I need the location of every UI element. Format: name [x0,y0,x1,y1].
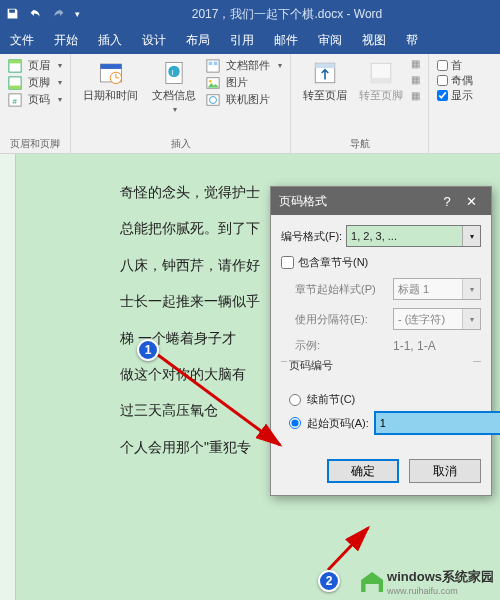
include-chapter-checkbox[interactable] [281,256,294,269]
start-at-input[interactable] [376,413,500,433]
quickparts-button[interactable]: 文档部件▾ [206,58,282,73]
close-icon[interactable]: ✕ [459,194,483,209]
chapter-style-select: 标题 1▾ [393,278,481,300]
include-chapter-label: 包含章节号(N) [298,255,368,270]
separator-select: - (连字符)▾ [393,308,481,330]
number-format-select[interactable]: 1, 2, 3, ...▾ [346,225,481,247]
onlinepic-button[interactable]: 联机图片 [206,92,282,107]
goto-header-button[interactable]: 转至页眉 [299,58,351,105]
svg-point-10 [168,66,179,77]
tab-insert[interactable]: 插入 [88,27,132,54]
svg-rect-7 [100,64,121,69]
annotation-bubble-1: 1 [137,339,159,361]
header-button[interactable]: 页眉▾ [8,58,62,73]
svg-rect-22 [371,78,391,83]
svg-rect-3 [9,85,21,89]
tab-view[interactable]: 视图 [352,27,396,54]
docinfo-button[interactable]: i文档信息▾ [148,58,200,116]
nav-link: ▦ [411,90,420,101]
svg-point-16 [209,79,212,82]
group-insert: 日期和时间 i文档信息▾ 文档部件▾ 图片 联机图片 插入 [71,54,291,153]
opt-show-doc[interactable]: 显示 [437,88,473,103]
annotation-bubble-2: 2 [318,570,340,592]
tab-design[interactable]: 设计 [132,27,176,54]
svg-rect-13 [209,61,213,65]
opt-diff-first[interactable]: 首 [437,58,473,73]
title-bar: ▾ 2017，我们一起下个棋.docx - Word [0,0,500,28]
group-nav: 转至页眉 转至页脚 ▦ ▦ ▦ 导航 [291,54,429,153]
group-label: 插入 [79,137,282,151]
svg-rect-14 [214,61,218,65]
footer-button[interactable]: 页脚▾ [8,75,62,90]
continue-prev-radio[interactable]: 续前节(C) [289,392,473,407]
ok-button[interactable]: 确定 [327,459,399,483]
chevron-down-icon[interactable]: ▾ [462,226,480,246]
tab-references[interactable]: 引用 [220,27,264,54]
tab-help[interactable]: 帮 [396,27,428,54]
svg-rect-1 [9,59,21,63]
ribbon-tabs: 文件 开始 插入 设计 布局 引用 邮件 审阅 视图 帮 [0,28,500,54]
opt-diff-odd-even[interactable]: 奇偶 [437,73,473,88]
doc-title: 2017，我们一起下个棋.docx - Word [80,6,494,23]
ribbon: 页眉▾ 页脚▾ #页码▾ 页眉和页脚 日期和时间 i文档信息▾ 文档部件▾ 图片… [0,54,500,154]
group-options: 首 奇偶 显示 [429,54,481,153]
goto-footer-button[interactable]: 转至页脚 [355,58,407,105]
vertical-ruler[interactable] [0,154,16,600]
group-label: 页眉和页脚 [8,137,62,151]
pagenum-button[interactable]: #页码▾ [8,92,62,107]
page-number-format-dialog: 页码格式 ? ✕ 编号格式(F): 1, 2, 3, ...▾ 包含章节号(N)… [270,186,492,496]
example-text: 1-1, 1-A [393,339,436,353]
nav-next: ▦ [411,74,420,85]
svg-text:#: # [12,96,17,105]
cancel-button[interactable]: 取消 [409,459,481,483]
group-label: 导航 [299,137,420,151]
start-at-radio[interactable]: 起始页码(A): ▲▼ [289,412,473,434]
undo-icon[interactable] [29,7,42,22]
tab-layout[interactable]: 布局 [176,27,220,54]
picture-button[interactable]: 图片 [206,75,282,90]
tab-file[interactable]: 文件 [0,27,44,54]
group-header-footer: 页眉▾ 页脚▾ #页码▾ 页眉和页脚 [0,54,71,153]
page-numbering-group: 页码编号 续前节(C) 起始页码(A): ▲▼ [281,361,481,445]
svg-text:i: i [172,68,174,77]
nav-prev: ▦ [411,58,420,69]
datetime-button[interactable]: 日期和时间 [79,58,142,116]
save-icon[interactable] [6,7,19,22]
tab-review[interactable]: 审阅 [308,27,352,54]
dialog-title: 页码格式 [279,193,327,210]
help-icon[interactable]: ? [435,194,459,209]
house-icon [361,572,383,592]
numfmt-label: 编号格式(F): [281,229,342,244]
svg-rect-20 [315,63,335,68]
start-at-spinner[interactable]: ▲▼ [375,412,461,434]
tab-home[interactable]: 开始 [44,27,88,54]
dialog-titlebar[interactable]: 页码格式 ? ✕ [271,187,491,215]
watermark: windows系统家园 www.ruihaifu.com [361,568,494,596]
tab-mailings[interactable]: 邮件 [264,27,308,54]
redo-icon[interactable] [52,7,65,22]
